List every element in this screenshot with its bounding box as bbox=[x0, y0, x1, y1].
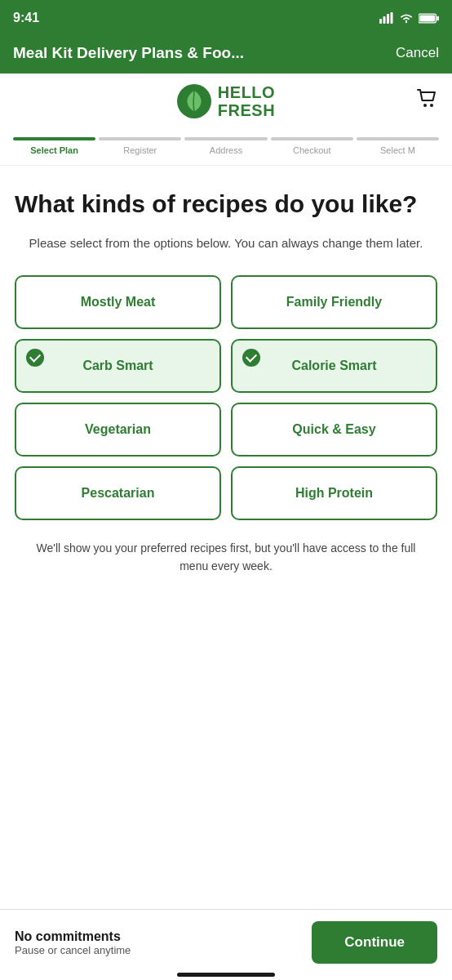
svg-rect-6 bbox=[419, 15, 435, 21]
continue-button[interactable]: Continue bbox=[312, 921, 437, 964]
recipe-card-label-pescatarian: Pescatarian bbox=[82, 486, 155, 500]
step-label-checkout: Checkout bbox=[293, 145, 330, 155]
status-bar: 9:41 bbox=[0, 0, 452, 36]
nav-bar: Meal Kit Delivery Plans & Foo... Cancel bbox=[0, 36, 452, 74]
signal-icon bbox=[379, 12, 394, 24]
svg-rect-0 bbox=[379, 19, 382, 24]
check-icon-calorie-smart bbox=[242, 349, 260, 367]
logo-row: HELLOFRESH bbox=[0, 74, 452, 126]
commitment-subtext: Pause or cancel anytime bbox=[15, 944, 131, 956]
recipe-card-label-calorie-smart: Calorie Smart bbox=[291, 359, 376, 372]
home-indicator bbox=[177, 973, 275, 977]
step-bar-checkout bbox=[271, 137, 353, 140]
battery-icon bbox=[419, 13, 439, 24]
commitment-text: No commitments bbox=[15, 929, 131, 944]
recipe-card-vegetarian[interactable]: Vegetarian bbox=[15, 403, 221, 457]
hellofresh-logo-icon bbox=[177, 84, 211, 118]
svg-rect-2 bbox=[387, 14, 389, 24]
step-select-plan: Select Plan bbox=[13, 137, 95, 155]
svg-rect-3 bbox=[391, 12, 393, 24]
step-register: Register bbox=[99, 137, 181, 155]
recipe-card-label-vegetarian: Vegetarian bbox=[85, 422, 151, 436]
svg-point-9 bbox=[430, 104, 433, 107]
step-label-address: Address bbox=[210, 145, 242, 155]
svg-point-8 bbox=[423, 104, 427, 107]
recipe-card-label-family-friendly: Family Friendly bbox=[286, 295, 382, 309]
recipe-card-label-carb-smart: Carb Smart bbox=[82, 359, 153, 372]
step-bar-select-plan bbox=[13, 137, 95, 140]
step-label-register: Register bbox=[123, 145, 157, 155]
svg-rect-5 bbox=[436, 16, 439, 20]
step-bar-select-m bbox=[357, 137, 439, 140]
recipe-grid: Mostly Meat Family Friendly Carb Smart C… bbox=[15, 275, 437, 520]
page-heading: What kinds of recipes do you like? bbox=[15, 189, 437, 220]
step-bar-address bbox=[184, 137, 267, 140]
progress-bar: Select Plan Register Address Checkout Se… bbox=[0, 126, 452, 166]
logo: HELLOFRESH bbox=[177, 83, 275, 119]
recipe-card-label-high-protein: High Protein bbox=[295, 486, 373, 500]
subtext: Please select from the options below. Yo… bbox=[15, 234, 437, 253]
bottom-bar: No commitments Pause or cancel anytime C… bbox=[0, 909, 452, 980]
step-label-select-plan: Select Plan bbox=[30, 145, 78, 155]
note-text: We'll show you your preferred recipes fi… bbox=[15, 540, 437, 575]
step-bar-register bbox=[99, 137, 181, 140]
recipe-card-pescatarian[interactable]: Pescatarian bbox=[15, 466, 221, 520]
brand-name: HELLOFRESH bbox=[218, 83, 275, 119]
recipe-card-calorie-smart[interactable]: Calorie Smart bbox=[231, 339, 437, 393]
step-address: Address bbox=[184, 137, 267, 155]
step-select-m: Select M bbox=[357, 137, 439, 155]
recipe-card-family-friendly[interactable]: Family Friendly bbox=[231, 275, 437, 329]
cart-icon[interactable] bbox=[416, 87, 439, 115]
main-content: What kinds of recipes do you like? Pleas… bbox=[0, 166, 452, 619]
wifi-icon bbox=[399, 12, 414, 24]
nav-title: Meal Kit Delivery Plans & Foo... bbox=[13, 44, 396, 62]
svg-rect-1 bbox=[383, 16, 386, 24]
status-icons bbox=[379, 12, 439, 24]
step-label-select-m: Select M bbox=[380, 145, 415, 155]
recipe-card-label-mostly-meat: Mostly Meat bbox=[81, 295, 156, 309]
recipe-card-quick-easy[interactable]: Quick & Easy bbox=[231, 403, 437, 457]
progress-steps: Select Plan Register Address Checkout Se… bbox=[13, 137, 439, 155]
check-icon-carb-smart bbox=[26, 349, 44, 367]
recipe-card-high-protein[interactable]: High Protein bbox=[231, 466, 437, 520]
recipe-card-carb-smart[interactable]: Carb Smart bbox=[15, 339, 221, 393]
step-checkout: Checkout bbox=[271, 137, 353, 155]
bottom-left: No commitments Pause or cancel anytime bbox=[15, 929, 131, 956]
recipe-card-label-quick-easy: Quick & Easy bbox=[292, 422, 375, 436]
cancel-button[interactable]: Cancel bbox=[396, 45, 439, 61]
recipe-card-mostly-meat[interactable]: Mostly Meat bbox=[15, 275, 221, 329]
status-time: 9:41 bbox=[13, 11, 39, 25]
